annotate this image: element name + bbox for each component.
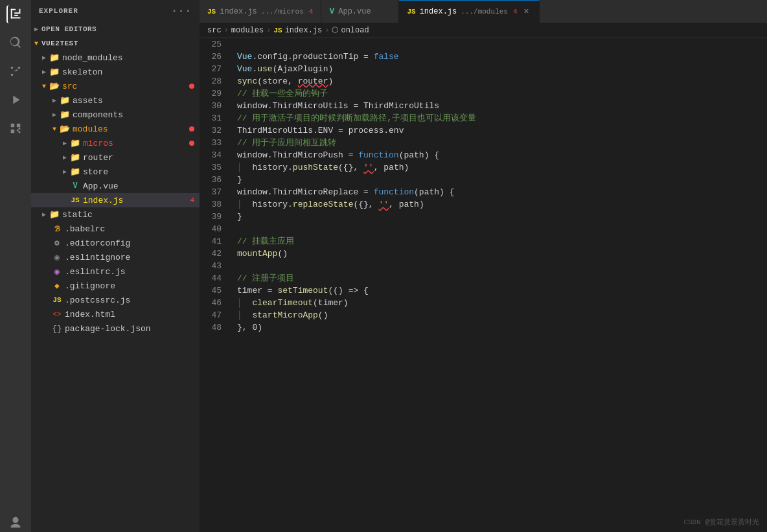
sidebar-options-button[interactable]: ···: [171, 5, 192, 17]
table-row: 39 }: [200, 211, 767, 223]
tab3-js-icon: JS: [407, 8, 415, 16]
line-number: 25: [200, 38, 232, 51]
breadcrumb-sep3: ›: [325, 26, 329, 35]
project-label: VUE2TEST: [41, 40, 200, 47]
table-row: 25: [200, 38, 767, 51]
sidebar-item-package-lock[interactable]: ▶ {} package-lock.json: [31, 321, 200, 336]
tab3-close-button[interactable]: ×: [521, 6, 531, 17]
sidebar-item-postcssrc[interactable]: ▶ JS .postcssrc.js: [31, 293, 200, 307]
tab3-path: .../modules: [461, 8, 508, 16]
eslintrc-icon: ◉: [52, 266, 62, 277]
index-html-label: index.html: [65, 310, 200, 319]
tab-index-js-micros[interactable]: JS index.js .../micros 4: [200, 0, 321, 23]
code-table: 25 26 Vue.config.productionTip = false 2…: [200, 38, 767, 334]
table-row: 26 Vue.config.productionTip = false: [200, 51, 767, 63]
index-js-label: index.js: [83, 196, 190, 205]
folder-icon: 📁: [49, 209, 60, 220]
sidebar-item-modules[interactable]: ▼ 📂 modules: [31, 122, 200, 136]
table-row: 36 }: [200, 174, 767, 186]
table-row: 40: [200, 223, 767, 235]
breadcrumb-onload-icon: ⬡: [332, 25, 338, 35]
account-icon[interactable]: [6, 514, 25, 532]
tab2-vue-icon: V: [329, 6, 334, 16]
code-area[interactable]: 25 26 Vue.config.productionTip = false 2…: [200, 38, 767, 532]
gitignore-label: .gitignore: [65, 281, 200, 291]
skeleton-label: skeleton: [62, 67, 200, 77]
sidebar: Explorer ··· ▶ Open Editors ▼ VUE2TEST ▶…: [31, 0, 200, 532]
table-row: 38 │ history.replaceState({}, '', path): [200, 198, 767, 211]
line-code: }, 0): [232, 321, 767, 334]
skeleton-arrow: ▶: [39, 68, 49, 76]
gear-icon: ⚙: [52, 238, 62, 248]
folder-icon: 📁: [49, 52, 60, 63]
sidebar-item-store[interactable]: ▶ 📁 store: [31, 165, 200, 179]
tab3-badge: 4: [513, 8, 518, 16]
line-code: [232, 223, 767, 235]
eslint-ignore-icon: ◉: [52, 252, 62, 262]
sidebar-item-gitignore[interactable]: ▶ ◆ .gitignore: [31, 279, 200, 293]
svg-rect-5: [14, 15, 18, 16]
sidebar-item-editorconfig[interactable]: ▶ ⚙ .editorconfig: [31, 236, 200, 250]
components-label: components: [73, 110, 200, 120]
line-code: Vue.use(AjaxPlugin): [232, 63, 767, 75]
line-number: 41: [200, 235, 232, 248]
breadcrumb-modules[interactable]: modules: [231, 26, 264, 35]
sidebar-item-babelrc[interactable]: ▶ ℬ .babelrc: [31, 222, 200, 236]
line-code: Vue.config.productionTip = false: [232, 51, 767, 63]
line-number: 44: [200, 272, 232, 284]
table-row: 30 window.ThirdMicroUtils = ThirdMicroUt…: [200, 100, 767, 112]
folder-icon: 📁: [60, 95, 70, 106]
src-label: src: [62, 82, 189, 91]
search-icon[interactable]: [6, 34, 25, 52]
breadcrumb-src[interactable]: src: [207, 26, 222, 35]
open-editors-section[interactable]: ▶ Open Editors: [31, 22, 200, 36]
extensions-icon[interactable]: [6, 119, 25, 137]
sidebar-item-eslintignore[interactable]: ▶ ◉ .eslintignore: [31, 250, 200, 264]
line-code: mountApp(): [232, 248, 767, 260]
sidebar-item-static[interactable]: ▶ 📁 static: [31, 207, 200, 222]
postcssrc-icon: JS: [52, 296, 62, 304]
line-code: // 用于子应用间相互跳转: [232, 137, 767, 149]
sidebar-item-index-html[interactable]: ▶ <> index.html: [31, 307, 200, 321]
micros-arrow: ▶: [60, 139, 70, 147]
svg-rect-3: [19, 9, 21, 14]
line-code: }: [232, 211, 767, 223]
static-arrow: ▶: [39, 211, 49, 218]
source-control-icon[interactable]: [6, 62, 25, 80]
index-js-badge: 4: [190, 196, 194, 204]
table-row: 48 }, 0): [200, 321, 767, 334]
breadcrumb-index-js[interactable]: index.js: [285, 26, 323, 35]
line-number: 39: [200, 211, 232, 223]
store-label: store: [83, 167, 200, 177]
sidebar-item-router[interactable]: ▶ 📁 router: [31, 150, 200, 165]
sidebar-item-app-vue[interactable]: ▶ V App.vue: [31, 179, 200, 193]
sidebar-item-eslintrc[interactable]: ▶ ◉ .eslintrc.js: [31, 264, 200, 279]
editorconfig-label: .editorconfig: [65, 238, 200, 248]
babel-icon: ℬ: [52, 225, 62, 233]
sidebar-item-micros[interactable]: ▶ 📁 micros: [31, 136, 200, 150]
line-code: [232, 260, 767, 272]
micros-label: micros: [83, 139, 189, 148]
json-icon: {}: [52, 324, 62, 334]
sidebar-item-node-modules[interactable]: ▶ 📁 node_modules: [31, 51, 200, 65]
line-number: 45: [200, 284, 232, 297]
line-number: 48: [200, 321, 232, 334]
sidebar-item-index-js[interactable]: ▶ JS index.js 4: [31, 193, 200, 207]
tab-index-js-modules[interactable]: JS index.js .../modules 4 ×: [399, 0, 540, 23]
project-root[interactable]: ▼ VUE2TEST: [31, 36, 200, 51]
assets-arrow: ▶: [49, 97, 60, 104]
breadcrumb-onload[interactable]: onload: [341, 26, 369, 35]
tab-app-vue[interactable]: V App.vue: [321, 0, 399, 23]
sidebar-item-components[interactable]: ▶ 📁 components: [31, 108, 200, 122]
run-debug-icon[interactable]: [6, 91, 25, 109]
sidebar-item-skeleton[interactable]: ▶ 📁 skeleton: [31, 65, 200, 79]
explorer-icon[interactable]: [6, 5, 25, 23]
sidebar-item-src[interactable]: ▼ 📂 src: [31, 79, 200, 93]
line-code: window.ThirdMicroPush = function(path) {: [232, 149, 767, 161]
table-row: 35 │ history.pushState({}, '', path): [200, 161, 767, 174]
sidebar-header: Explorer ···: [31, 0, 200, 22]
sidebar-item-assets[interactable]: ▶ 📁 assets: [31, 93, 200, 108]
line-code: │ history.pushState({}, '', path): [232, 161, 767, 174]
breadcrumb: src › modules › JS index.js › ⬡ onload: [200, 23, 767, 38]
tab1-js-icon: JS: [207, 8, 216, 16]
